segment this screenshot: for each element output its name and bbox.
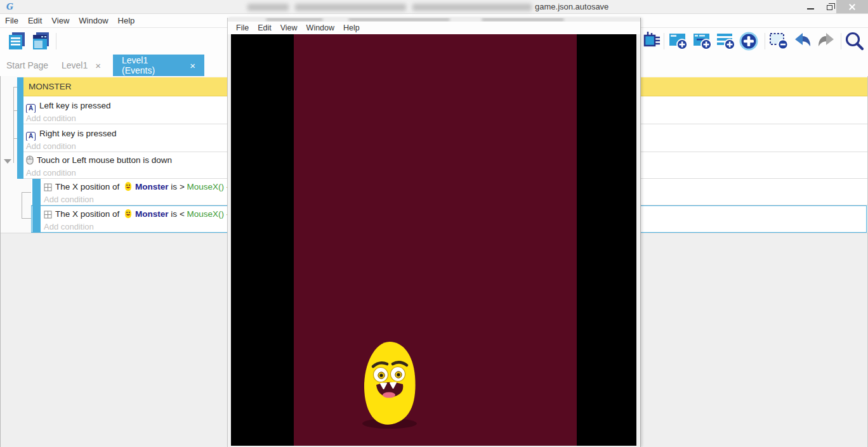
debugger-icon xyxy=(641,31,662,51)
minimize-button[interactable] xyxy=(801,0,820,13)
undo-button[interactable] xyxy=(792,31,813,51)
preview-menu-edit[interactable]: Edit xyxy=(258,23,272,32)
project-manager-icon xyxy=(6,31,27,51)
redacted-title-text xyxy=(348,18,450,21)
add-new-button[interactable] xyxy=(738,31,758,51)
menu-edit[interactable]: Edit xyxy=(28,16,42,25)
window-title: game.json.autosave xyxy=(535,2,608,11)
minimize-icon xyxy=(807,8,814,10)
mouse-icon xyxy=(26,155,34,165)
add-sub-event-button[interactable] xyxy=(692,31,713,51)
undo-icon xyxy=(792,31,813,51)
redo-icon xyxy=(816,31,836,51)
expression[interactable]: MouseX() - xyxy=(187,182,230,191)
keyboard-key-icon: A xyxy=(26,132,36,141)
restore-icon xyxy=(827,5,832,10)
redacted-title-text xyxy=(247,4,289,11)
preview-menu-window[interactable]: Window xyxy=(306,23,334,32)
tab-level1[interactable]: Level1 × xyxy=(62,55,101,76)
redacted-title-text xyxy=(295,4,406,11)
tab-label: Start Page xyxy=(6,60,48,70)
tab-close-icon[interactable]: × xyxy=(190,60,195,71)
operator: < xyxy=(180,209,185,219)
menu-window[interactable]: Window xyxy=(79,16,108,25)
condition-text: is xyxy=(171,182,177,191)
object-name[interactable]: Monster xyxy=(135,182,169,191)
tab-close-icon[interactable]: × xyxy=(95,60,101,71)
operator: > xyxy=(180,182,185,191)
keyboard-key-icon: A xyxy=(26,104,36,113)
project-manager-button[interactable] xyxy=(6,31,27,51)
title-bar: G game.json.autosave xyxy=(0,0,868,14)
game-canvas[interactable] xyxy=(231,34,636,446)
toolbar-separator xyxy=(664,33,664,49)
app-logo-icon: G xyxy=(6,1,18,13)
remove-selection-icon xyxy=(768,31,789,51)
tab-label: Level1 xyxy=(62,60,88,70)
object-name[interactable]: Monster xyxy=(135,209,169,219)
condition-text[interactable]: Touch or Left mouse button is down xyxy=(37,155,172,165)
condition-text[interactable]: Left key is pressed xyxy=(39,101,111,110)
redacted-title-text xyxy=(266,18,323,21)
toolbar-separator xyxy=(841,33,841,49)
scene-editor-button[interactable] xyxy=(30,31,51,51)
add-event-button[interactable] xyxy=(668,31,688,51)
redo-button[interactable] xyxy=(816,31,836,51)
position-icon xyxy=(44,183,52,191)
position-icon xyxy=(44,211,52,219)
toolbar-separator xyxy=(56,33,56,49)
add-new-icon xyxy=(738,31,760,53)
remove-selection-button[interactable] xyxy=(768,31,789,51)
condition-text[interactable]: The X position of xyxy=(55,209,119,219)
preview-menubar: File Edit View Window Help xyxy=(228,22,640,34)
tab-level1-events[interactable]: Level1 (Events) × xyxy=(113,55,204,76)
add-comment-icon xyxy=(716,31,736,51)
add-sub-event-icon xyxy=(692,31,713,51)
event-drag-handle[interactable] xyxy=(17,77,23,96)
monster-thumbnail-icon xyxy=(124,181,132,191)
preview-menu-help[interactable]: Help xyxy=(343,23,360,32)
condition-text[interactable]: Right key is pressed xyxy=(39,129,117,138)
menu-help[interactable]: Help xyxy=(118,16,135,25)
close-icon xyxy=(848,3,856,11)
close-button[interactable] xyxy=(836,0,868,13)
add-event-icon xyxy=(668,31,688,51)
search-button[interactable] xyxy=(844,31,864,51)
menu-file[interactable]: File xyxy=(5,16,18,25)
preview-menu-view[interactable]: View xyxy=(280,23,298,32)
gdevelop-window: G game.json.autosave File Edit View Wind… xyxy=(0,0,868,447)
scene-editor-icon xyxy=(30,31,51,51)
game-arena xyxy=(294,34,577,446)
redacted-title-text xyxy=(412,4,532,11)
expression[interactable]: MouseX() - xyxy=(187,209,230,219)
redacted-title-text xyxy=(482,18,564,21)
tab-start-page[interactable]: Start Page xyxy=(6,55,48,76)
menu-view[interactable]: View xyxy=(51,16,69,25)
preview-window: File Edit View Window Help xyxy=(227,18,641,447)
condition-text: is xyxy=(171,209,177,219)
monster-character xyxy=(358,340,421,430)
debugger-button[interactable] xyxy=(641,31,662,51)
preview-menu-file[interactable]: File xyxy=(236,23,249,32)
search-icon xyxy=(844,31,865,53)
monster-thumbnail-icon xyxy=(124,209,132,219)
toolbar-separator xyxy=(765,33,765,49)
add-comment-button[interactable] xyxy=(716,31,736,51)
comment-text: MONSTER xyxy=(29,77,72,96)
tab-label: Level1 (Events) xyxy=(122,55,182,75)
condition-text[interactable]: The X position of xyxy=(55,182,119,191)
